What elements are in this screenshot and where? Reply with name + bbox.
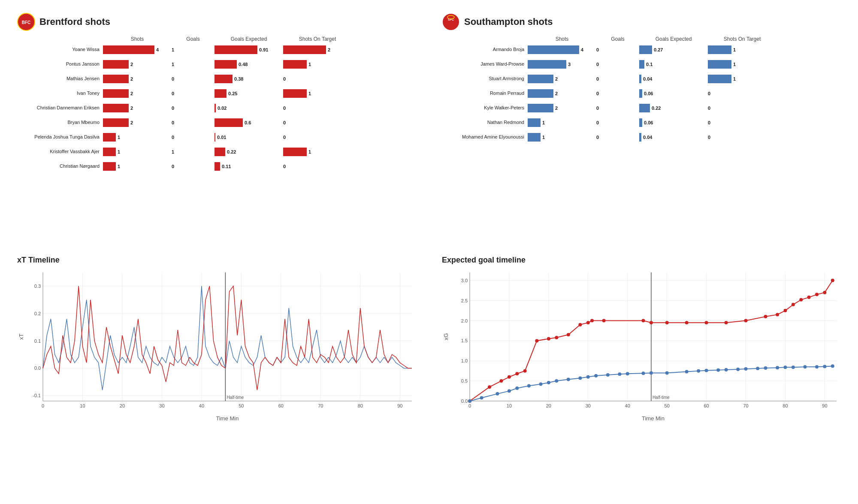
shots-cell: 2 xyxy=(528,89,596,98)
svg-point-97 xyxy=(665,321,669,324)
svg-text:10: 10 xyxy=(507,403,512,408)
goals-cell: 0 xyxy=(596,135,639,140)
goals-cell: 0 xyxy=(172,91,214,96)
svg-point-101 xyxy=(744,319,748,322)
svg-text:80: 80 xyxy=(782,403,788,408)
shots-cell: 1 xyxy=(528,118,596,127)
sot-cell: 1 xyxy=(283,60,352,69)
svg-text:60: 60 xyxy=(278,403,284,408)
svg-point-110 xyxy=(831,278,834,282)
shots-value: 4 xyxy=(156,47,165,52)
brentford-title: BFC Brentford shots xyxy=(17,13,420,31)
xg-cell: 0.38 xyxy=(214,75,283,83)
svg-point-138 xyxy=(764,366,767,370)
svg-point-133 xyxy=(716,368,720,371)
svg-text:1.5: 1.5 xyxy=(461,338,468,343)
xg-value: 0.02 xyxy=(218,106,227,111)
svg-point-90 xyxy=(567,333,570,336)
svg-text:xT: xT xyxy=(18,333,24,340)
goals-value: 1 xyxy=(172,149,180,154)
sot-value: 0 xyxy=(283,106,292,111)
col-header-sot-brentford: Shots On Target xyxy=(283,36,352,42)
goals-cell: 1 xyxy=(172,62,214,67)
svg-point-100 xyxy=(725,321,728,324)
svg-point-137 xyxy=(756,367,759,370)
xg-value: 0.04 xyxy=(643,135,652,140)
shots-value: 3 xyxy=(568,62,577,67)
table-row: Christian Dannemann Eriksen 2 0 0.02 0 xyxy=(17,102,420,114)
sot-value: 1 xyxy=(308,62,317,67)
table-row: Christian Nørgaard 1 0 0.11 0 xyxy=(17,160,420,172)
shots-value: 1 xyxy=(118,149,126,154)
sot-value: 0 xyxy=(283,135,292,140)
southampton-title-text: Southampton shots xyxy=(464,16,553,27)
svg-text:xG: xG xyxy=(443,333,449,340)
svg-point-114 xyxy=(508,389,511,392)
shots-cell: 2 xyxy=(103,60,172,69)
svg-point-113 xyxy=(495,392,499,395)
xg-value: 0.11 xyxy=(222,164,231,169)
svg-point-111 xyxy=(468,399,471,403)
goals-value: 0 xyxy=(596,62,605,67)
brentford-shots-table: Shots Goals Goals Expected Shots On Targ… xyxy=(17,36,420,172)
shots-value: 1 xyxy=(542,120,551,125)
svg-point-135 xyxy=(736,367,740,371)
svg-point-106 xyxy=(799,298,803,301)
svg-text:1.0: 1.0 xyxy=(461,358,468,363)
brentford-shots-panel: BFC Brentford shots Shots Goals Goals Ex… xyxy=(9,9,429,247)
player-name: Romain Perraud xyxy=(442,91,528,96)
svg-point-140 xyxy=(784,365,787,369)
player-name: Mohamed Amine Elyounoussi xyxy=(442,134,528,140)
svg-point-116 xyxy=(527,384,531,387)
svg-point-126 xyxy=(626,372,629,375)
svg-text:70: 70 xyxy=(318,403,323,408)
shots-value: 2 xyxy=(555,76,564,81)
sot-value: 1 xyxy=(308,149,317,154)
svg-point-99 xyxy=(705,321,708,324)
svg-text:2.0: 2.0 xyxy=(461,318,468,323)
xg-value: 0.22 xyxy=(227,149,236,154)
sot-value: 0 xyxy=(283,164,292,169)
xg-cell: 0.04 xyxy=(639,75,708,83)
brentford-player-rows: Yoane Wissa 4 1 0.91 2 Pontus Jansson 2 xyxy=(17,44,420,172)
svg-text:60: 60 xyxy=(704,403,709,408)
goals-value: 0 xyxy=(596,47,605,52)
svg-point-93 xyxy=(590,319,594,322)
shots-cell: 4 xyxy=(528,45,596,54)
sot-value: 1 xyxy=(733,76,742,81)
shots-value: 4 xyxy=(581,47,589,52)
southampton-player-rows: Armando Broja 4 0 0.27 1 James Ward-Prow… xyxy=(442,44,845,143)
shots-cell: 4 xyxy=(103,45,172,54)
goals-cell: 0 xyxy=(596,76,639,81)
player-name: Pontus Jansson xyxy=(17,61,103,67)
svg-point-92 xyxy=(586,321,590,324)
shots-cell: 3 xyxy=(528,60,596,69)
svg-point-139 xyxy=(776,366,779,369)
svg-point-118 xyxy=(547,380,550,384)
sot-cell: 1 xyxy=(708,45,776,54)
table-row: James Ward-Prowse 3 0 0.1 1 xyxy=(442,58,845,70)
table-row: Ivan Toney 2 0 0.25 1 xyxy=(17,88,420,100)
xg-cell: 0.27 xyxy=(639,45,708,54)
sot-value: 0 xyxy=(708,135,716,140)
svg-point-85 xyxy=(515,372,519,375)
svg-text:90: 90 xyxy=(822,403,827,408)
sot-cell: 0 xyxy=(708,91,776,96)
svg-text:20: 20 xyxy=(120,403,125,408)
xg-cell: 0.02 xyxy=(214,104,283,112)
svg-text:0.0: 0.0 xyxy=(461,398,468,404)
player-name: James Ward-Prowse xyxy=(442,61,528,67)
svg-point-112 xyxy=(480,396,483,399)
xg-cell: 0.22 xyxy=(639,104,708,112)
xg-cell: 0.91 xyxy=(214,45,283,54)
goals-cell: 0 xyxy=(596,62,639,67)
southampton-shots-table: Shots Goals Goals Expected Shots On Targ… xyxy=(442,36,845,143)
shots-value: 2 xyxy=(555,106,564,111)
table-row: Kyle Walker-Peters 2 0 0.22 0 xyxy=(442,102,845,114)
shots-value: 1 xyxy=(118,164,126,169)
col-header-goals-brentford: Goals xyxy=(172,36,214,42)
xg-value: 0.06 xyxy=(644,91,653,96)
svg-point-103 xyxy=(776,313,779,316)
sot-cell: 1 xyxy=(708,60,776,69)
player-name: Kristoffer Vassbakk Ajer xyxy=(17,149,103,154)
